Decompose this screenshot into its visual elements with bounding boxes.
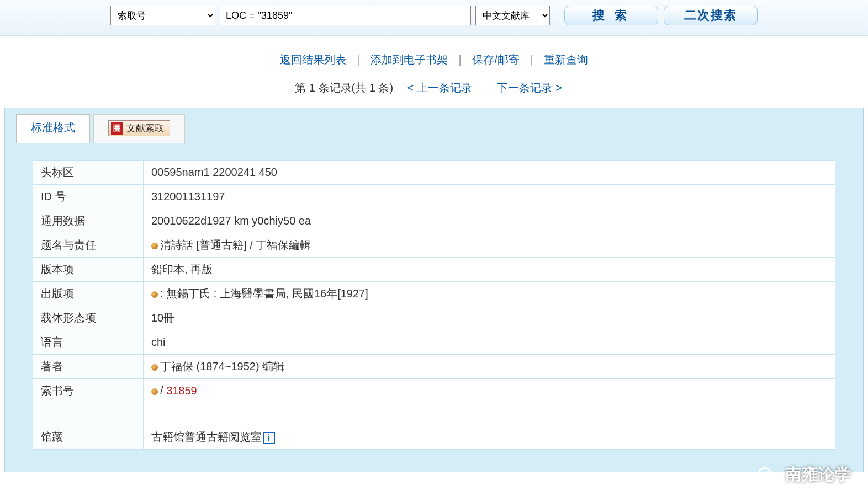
field-label: 载体形态项	[33, 306, 144, 330]
field-label: 头标区	[33, 161, 144, 185]
table-row: 载体形态项10冊	[33, 306, 835, 330]
field-value	[144, 403, 835, 425]
record-position: 第 1 条记录(共 1 条)	[295, 82, 393, 94]
field-value: 清詩話 [普通古籍] / 丁福保編輯	[144, 233, 835, 258]
field-label: 著者	[33, 355, 144, 379]
field-label	[33, 403, 144, 425]
bullet-icon	[151, 243, 158, 249]
requery-link[interactable]: 重新查询	[544, 54, 588, 66]
field-value: 312001131197	[144, 185, 835, 209]
field-label: ID 号	[33, 185, 144, 209]
field-value: 10冊	[144, 306, 835, 330]
record-pagination: 第 1 条记录(共 1 条) < 上一条记录 下一条记录 >	[0, 73, 868, 108]
field-value: chi	[144, 330, 835, 355]
add-to-shelf-link[interactable]: 添加到电子书架	[371, 54, 448, 66]
field-label: 语言	[33, 330, 144, 355]
document-icon: 圕	[111, 122, 123, 135]
call-number-link[interactable]: 31859	[166, 384, 197, 397]
document-request-button[interactable]: 圕 文献索取	[108, 120, 170, 136]
table-row	[33, 403, 835, 425]
field-value: 丁福保 (1874~1952) 编辑	[144, 355, 835, 379]
field-value: 00595nam1 2200241 450	[144, 161, 835, 185]
field-value: / 31859	[144, 379, 835, 403]
table-row: ID 号312001131197	[33, 185, 835, 209]
table-row: 语言chi	[33, 330, 835, 355]
record-table: 头标区00595nam1 2200241 450ID 号312001131197…	[33, 160, 835, 450]
separator: |	[459, 54, 462, 66]
bullet-icon	[151, 364, 158, 371]
table-row: 版本项鉛印本, 再版	[33, 258, 835, 282]
field-value: 20010622d1927 km y0chiy50 ea	[144, 209, 835, 233]
action-links: 返回结果列表 | 添加到电子书架 | 保存/邮寄 | 重新查询	[0, 36, 868, 73]
field-label: 馆藏	[33, 425, 144, 450]
tab-standard-format[interactable]: 标准格式	[16, 114, 90, 143]
field-value: : 無錫丁氏 : 上海醫學書局, 民國16年[1927]	[144, 282, 835, 306]
search-bar: 索取号 中文文献库 搜 索 二次搜索	[0, 0, 868, 36]
info-icon[interactable]: i	[263, 432, 275, 444]
tabs: 标准格式 圕 文献索取	[5, 108, 863, 143]
secondary-search-button[interactable]: 二次搜索	[664, 6, 758, 25]
field-label: 版本项	[33, 258, 144, 282]
tab-document-request[interactable]: 圕 文献索取	[93, 114, 185, 143]
field-label: 题名与责任	[33, 233, 144, 258]
back-to-results-link[interactable]: 返回结果列表	[280, 54, 346, 66]
table-row: 题名与责任清詩話 [普通古籍] / 丁福保編輯	[33, 233, 835, 258]
search-button[interactable]: 搜 索	[564, 6, 658, 25]
separator: |	[357, 54, 359, 66]
record-panel: 标准格式 圕 文献索取 头标区00595nam1 2200241 450ID 号…	[4, 108, 864, 472]
save-mail-link[interactable]: 保存/邮寄	[472, 54, 520, 66]
table-row: 著者丁福保 (1874~1952) 编辑	[33, 355, 835, 379]
field-label: 索书号	[33, 379, 144, 403]
table-row: 馆藏古籍馆普通古籍阅览室i	[33, 425, 835, 450]
document-request-label: 文献索取	[126, 122, 164, 135]
table-row: 头标区00595nam1 2200241 450	[33, 161, 835, 185]
table-row: 索书号/ 31859	[33, 379, 835, 403]
next-record-link[interactable]: 下一条记录 >	[497, 82, 562, 94]
database-select[interactable]: 中文文献库	[475, 6, 550, 25]
table-row: 通用数据20010622d1927 km y0chiy50 ea	[33, 209, 835, 233]
field-value: 古籍馆普通古籍阅览室i	[144, 425, 835, 450]
field-label: 通用数据	[33, 209, 144, 233]
field-value: 鉛印本, 再版	[144, 258, 835, 282]
prev-record-link[interactable]: < 上一条记录	[407, 82, 472, 94]
bullet-icon	[151, 291, 158, 298]
field-select[interactable]: 索取号	[110, 6, 215, 25]
bullet-icon	[151, 388, 158, 395]
separator: |	[531, 54, 533, 66]
search-input[interactable]	[220, 6, 471, 25]
field-label: 出版项	[33, 282, 144, 306]
table-row: 出版项: 無錫丁氏 : 上海醫學書局, 民國16年[1927]	[33, 282, 835, 306]
